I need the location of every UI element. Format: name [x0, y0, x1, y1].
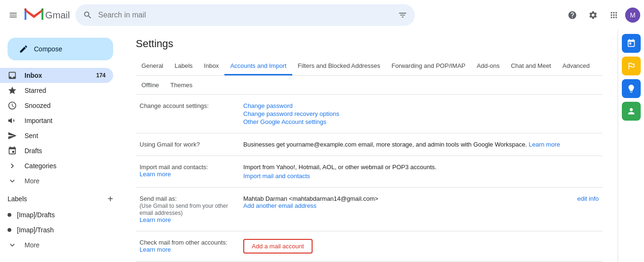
settings-button[interactable]	[584, 6, 603, 25]
right-icon-contacts[interactable]	[622, 102, 641, 121]
contacts-icon	[627, 106, 636, 116]
avatar[interactable]: M	[625, 8, 640, 23]
label-change-account: Change account settings:	[136, 95, 239, 133]
categories-label: Categories	[25, 162, 57, 170]
right-icon-keep[interactable]	[622, 79, 641, 98]
row-send-mail: Send mail as: (Use Gmail to send from yo…	[136, 188, 603, 231]
label-item-imap-drafts[interactable]: [Imap]/Drafts	[0, 207, 113, 222]
tab-advanced[interactable]: Advanced	[557, 57, 595, 75]
chevron-down-icon-2	[8, 240, 17, 250]
tab-general[interactable]: General	[136, 57, 169, 75]
svg-rect-0	[25, 10, 26, 20]
chevron-down-icon-1	[8, 176, 17, 186]
search-bar	[75, 4, 415, 26]
tab-inbox[interactable]: Inbox	[198, 57, 225, 75]
important-label: Important	[25, 117, 52, 124]
sidebar-item-snoozed[interactable]: Snoozed	[0, 98, 113, 113]
right-icon-calendar[interactable]	[622, 34, 641, 53]
calendar-icon	[627, 39, 636, 48]
add-label-button[interactable]: +	[107, 194, 113, 204]
tab-filters[interactable]: Filters and Blocked Addresses	[292, 57, 386, 75]
value-change-account: Change password Change password recovery…	[239, 95, 603, 133]
main-content: Settings General Labels Inbox Accounts a…	[121, 30, 618, 262]
help-button[interactable]	[563, 6, 582, 25]
send-mail-row: Mahtab Darman <mahtabdarman14@gmail.com>…	[243, 195, 599, 209]
add-mail-account-button[interactable]: Add a mail account	[243, 239, 313, 254]
more-item-2[interactable]: More	[0, 237, 113, 253]
subtab-themes[interactable]: Themes	[165, 80, 198, 90]
link-learn-more-import[interactable]: Learn more	[140, 171, 171, 178]
link-add-email[interactable]: Add another email address	[243, 202, 316, 209]
categories-item[interactable]: Categories	[0, 158, 113, 173]
settings-subtabs: Offline Themes	[136, 76, 603, 95]
sidebar: Compose Inbox 174 Starred Snoozed Import…	[0, 0, 121, 262]
gmail-text: Gmail	[45, 10, 70, 21]
sidebar-item-starred[interactable]: Starred	[0, 83, 113, 98]
inbox-count: 174	[96, 72, 106, 79]
more-label-2: More	[25, 241, 40, 249]
sidebar-item-inbox[interactable]: Inbox 174	[0, 68, 113, 83]
star-icon	[8, 86, 17, 95]
tab-chat-meet[interactable]: Chat and Meet	[505, 57, 557, 75]
import-description: Import from Yahoo!, Hotmail, AOL, or oth…	[243, 164, 599, 171]
svg-rect-1	[41, 10, 43, 20]
drafts-label: Drafts	[25, 147, 42, 155]
sidebar-item-sent[interactable]: Sent	[0, 128, 113, 143]
send-icon	[8, 131, 17, 140]
settings-tabs: General Labels Inbox Accounts and Import…	[136, 57, 603, 76]
filter-icon[interactable]	[398, 10, 407, 20]
search-icon	[83, 10, 92, 20]
right-icon-tasks[interactable]	[622, 57, 641, 75]
subtab-offline[interactable]: Offline	[136, 80, 165, 90]
important-icon	[8, 116, 17, 125]
chevron-right-icon	[8, 161, 17, 171]
compose-label: Compose	[34, 45, 62, 53]
link-learn-more-send[interactable]: Learn more	[140, 216, 171, 223]
starred-label: Starred	[25, 87, 46, 94]
drafts-icon	[8, 146, 17, 156]
import-label-text: Import mail and contacts:	[140, 164, 208, 171]
tab-labels[interactable]: Labels	[169, 57, 198, 75]
search-input[interactable]	[98, 11, 392, 19]
value-import-mail: Import from Yahoo!, Hotmail, AOL, or oth…	[239, 156, 603, 188]
help-icon	[568, 10, 577, 20]
link-change-password[interactable]: Change password	[243, 102, 599, 109]
sidebar-item-important[interactable]: Important	[0, 113, 113, 128]
compose-button[interactable]: Compose	[8, 38, 113, 60]
apps-button[interactable]	[604, 6, 623, 25]
label-imap-trash-text: [Imap]/Trash	[17, 226, 54, 234]
tab-accounts-import[interactable]: Accounts and Import	[224, 57, 292, 75]
hamburger-button[interactable]	[4, 6, 23, 25]
clock-icon	[8, 101, 17, 110]
tasks-icon	[627, 61, 636, 71]
label-gmail-work: Using Gmail for work?	[136, 133, 239, 156]
gmail-work-description: Businesses get yourname@example.com emai…	[243, 141, 527, 148]
more-item-1[interactable]: More	[0, 173, 113, 188]
row-change-account: Change account settings: Change password…	[136, 95, 603, 133]
link-edit-info[interactable]: edit info	[577, 195, 599, 202]
label-import-mail: Import mail and contacts: Learn more	[136, 156, 239, 188]
inbox-label: Inbox	[25, 72, 42, 79]
tab-forwarding[interactable]: Forwarding and POP/IMAP	[386, 57, 471, 75]
link-learn-more-check[interactable]: Learn more	[140, 246, 171, 253]
inbox-icon	[8, 71, 17, 80]
pencil-icon	[19, 44, 28, 54]
current-email: Mahtab Darman <mahtabdarman14@gmail.com>	[243, 195, 378, 202]
settings-table: Change account settings: Change password…	[136, 95, 603, 262]
check-mail-label-text: Check mail from other accounts:	[140, 239, 227, 246]
link-import-action[interactable]: Import mail and contacts	[243, 172, 599, 180]
more-label-1: More	[25, 177, 40, 185]
link-password-recovery[interactable]: Change password recovery options	[243, 110, 599, 117]
value-send-mail: Mahtab Darman <mahtabdarman14@gmail.com>…	[239, 188, 603, 231]
tab-addons[interactable]: Add-ons	[471, 57, 505, 75]
label-item-imap-trash[interactable]: [Imap]/Trash	[0, 222, 113, 237]
row-check-mail: Check mail from other accounts: Learn mo…	[136, 231, 603, 262]
settings-title: Settings	[136, 38, 603, 50]
labels-section-title: Labels	[8, 195, 27, 203]
label-dot-1	[8, 213, 11, 217]
value-gmail-work: Businesses get yourname@example.com emai…	[239, 133, 603, 156]
link-google-account[interactable]: Other Google Account settings	[243, 118, 599, 125]
link-learn-more-work[interactable]: Learn more	[528, 141, 560, 148]
sidebar-item-drafts[interactable]: Drafts	[0, 143, 113, 158]
topbar-right: M	[563, 6, 640, 25]
